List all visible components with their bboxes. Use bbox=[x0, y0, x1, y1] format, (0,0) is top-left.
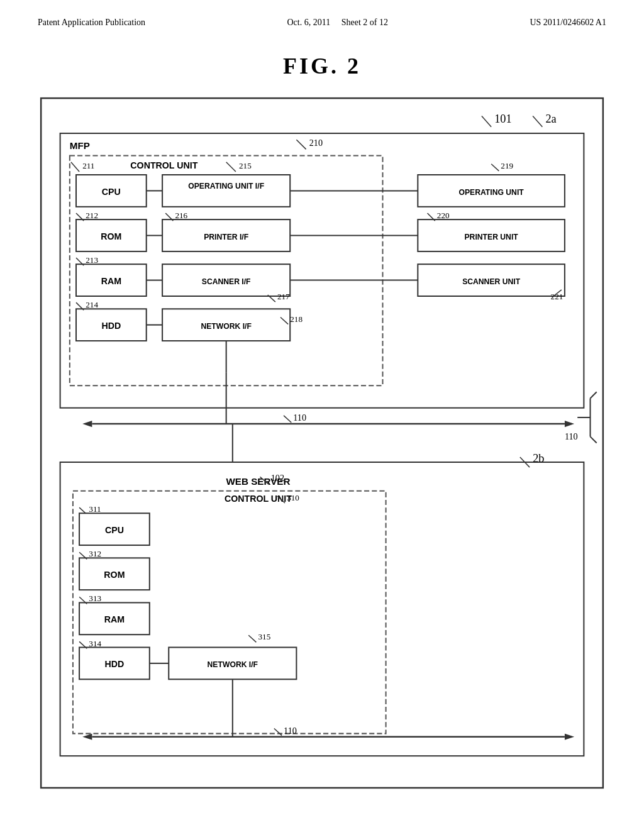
header-date: Oct. 6, 2011 bbox=[287, 18, 331, 27]
header-right: US 2011/0246602 A1 bbox=[530, 18, 606, 28]
page-header: Patent Application Publication Oct. 6, 2… bbox=[0, 0, 644, 34]
operating-if-label: OPERATING UNIT I/F bbox=[188, 182, 264, 191]
ref-315: 315 bbox=[258, 632, 270, 641]
ref-2a: 2a bbox=[545, 113, 556, 125]
scanner-unit-label: SCANNER UNIT bbox=[462, 277, 521, 286]
network-if-label-ws: NETWORK I/F bbox=[208, 660, 258, 669]
mfp-label: MFP bbox=[70, 140, 90, 151]
ref-101: 101 bbox=[494, 113, 511, 125]
svg-rect-15 bbox=[162, 175, 290, 207]
hdd-label-mfp: HDD bbox=[101, 321, 121, 331]
ref-217: 217 bbox=[277, 292, 290, 301]
ref-211: 211 bbox=[82, 161, 94, 170]
cpu-label-ws: CPU bbox=[105, 525, 124, 535]
rom-label-ws: ROM bbox=[104, 570, 125, 580]
network-line-label-bottom: 110 bbox=[284, 726, 297, 736]
ram-label-mfp: RAM bbox=[101, 276, 121, 286]
ref-216: 216 bbox=[175, 211, 187, 220]
ref-212: 212 bbox=[86, 211, 98, 220]
ref-213: 213 bbox=[86, 255, 98, 265]
printer-unit-label: PRINTER UNIT bbox=[465, 233, 519, 241]
ref-220: 220 bbox=[437, 211, 450, 220]
ref-2b: 2b bbox=[533, 452, 544, 465]
printer-if-label: PRINTER I/F bbox=[204, 233, 248, 241]
ref-215: 215 bbox=[239, 161, 252, 170]
operating-unit-label: OPERATING UNIT bbox=[458, 188, 524, 197]
ram-label-ws: RAM bbox=[104, 614, 125, 624]
header-sheet: Sheet 2 of 12 bbox=[341, 18, 388, 27]
hdd-label-ws: HDD bbox=[105, 659, 125, 669]
ref-310: 310 bbox=[287, 493, 299, 502]
ref-219: 219 bbox=[501, 161, 513, 170]
ref-110-right: 110 bbox=[565, 431, 578, 441]
main-diagram: 101 2a MFP 210 211 CONTROL UNIT 215 bbox=[35, 92, 609, 794]
scanner-if-label: SCANNER I/F bbox=[202, 277, 251, 286]
rom-label-mfp: ROM bbox=[101, 231, 121, 241]
ref-102: 102 bbox=[271, 473, 284, 483]
header-center: Oct. 6, 2011 Sheet 2 of 12 bbox=[287, 18, 388, 28]
figure-title: FIG. 2 bbox=[0, 53, 644, 79]
ws-control-unit-label: CONTROL UNIT bbox=[225, 494, 292, 504]
network-line-label-top: 110 bbox=[293, 412, 306, 423]
network-if-label-mfp: NETWORK I/F bbox=[201, 322, 251, 331]
ref-314: 314 bbox=[89, 639, 101, 648]
ref-218: 218 bbox=[290, 314, 303, 324]
header-left: Patent Application Publication bbox=[38, 18, 145, 28]
ref-312: 312 bbox=[89, 549, 101, 558]
ref-311: 311 bbox=[89, 504, 101, 514]
ref-210: 210 bbox=[309, 138, 323, 148]
control-unit-label-mfp: CONTROL UNIT bbox=[130, 160, 197, 170]
ref-313: 313 bbox=[89, 594, 101, 603]
ref-214: 214 bbox=[86, 300, 98, 309]
cpu-label-mfp: CPU bbox=[102, 187, 121, 197]
